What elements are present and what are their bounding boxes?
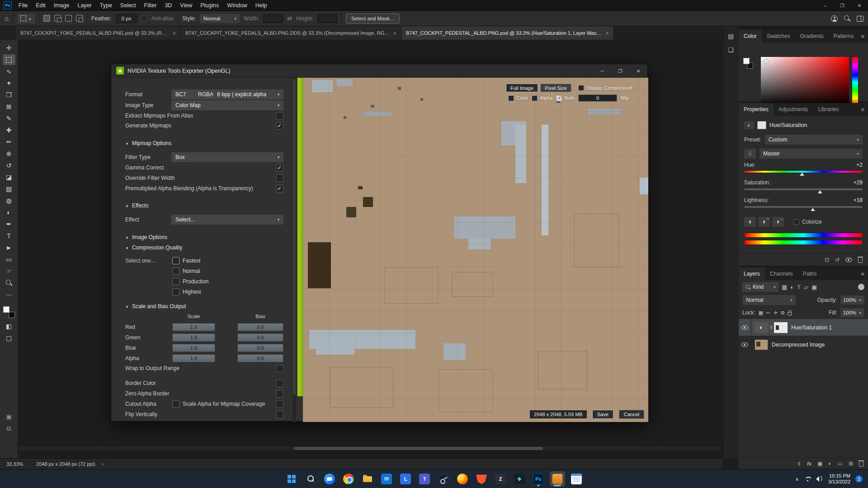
delete-icon[interactable] [858, 258, 863, 263]
notification-badge[interactable]: 2 [855, 475, 863, 483]
link-layers-icon[interactable]: ∞ [796, 461, 802, 465]
wifi-icon[interactable] [804, 476, 811, 482]
slider-value[interactable]: +2 [856, 162, 863, 169]
hand-tool[interactable]: ☞ [3, 266, 15, 277]
taskbar-clock[interactable]: 10:15 PM 3/13/2022 [828, 473, 850, 485]
lock-artboard-icon[interactable]: ⧉ [781, 310, 785, 316]
dialog-title-bar[interactable]: NVIDIA Texture Tools Exporter (OpenGL) [111, 64, 647, 78]
gradient-tool[interactable]: ▨ [3, 183, 15, 194]
start-button[interactable] [284, 471, 299, 487]
panel-tab[interactable]: Color [739, 30, 762, 42]
format-dropdown[interactable]: BC7RGBA8 bpp | explicit alpha [171, 89, 283, 99]
add-selection-mode-button[interactable] [54, 15, 61, 22]
quality-normal-checkbox[interactable] [172, 267, 179, 275]
slider-track[interactable] [744, 188, 863, 190]
panel-menu-icon[interactable] [861, 106, 864, 113]
panel-tab[interactable]: Patterns [829, 30, 859, 42]
filter-adjustment-layers-icon[interactable]: ◐ [790, 284, 794, 291]
close-tab-icon[interactable] [605, 30, 609, 36]
status-options-chevron-icon[interactable] [102, 460, 104, 467]
document-tab-active[interactable]: B747_COCKPIT_PEDESTAL_ALBD.PNG.psd @ 33.… [401, 26, 614, 40]
menu-item[interactable]: Image [50, 0, 74, 11]
scale-input[interactable]: 1.0 [172, 344, 215, 352]
filter-shape-layers-icon[interactable]: ▱ [804, 284, 808, 291]
window-restore-button[interactable] [834, 0, 851, 11]
width-input[interactable] [263, 14, 283, 23]
history-brush-tool[interactable]: ↺ [3, 160, 15, 171]
menu-item[interactable]: Select [116, 0, 140, 11]
window-close-button[interactable] [851, 0, 868, 11]
scale-input[interactable]: 1.0 [172, 333, 215, 342]
flip-vertically-checkbox[interactable] [276, 411, 283, 418]
scrollbar-thumb[interactable] [293, 79, 296, 395]
toggle-checkbox[interactable] [276, 185, 283, 192]
toggle-checkbox[interactable] [276, 164, 283, 172]
channel-dropdown[interactable]: Master [760, 149, 863, 159]
full-image-button[interactable]: Full Image [506, 84, 538, 92]
quick-selection-tool[interactable]: ✦ [3, 78, 15, 89]
blur-tool[interactable]: ◍ [3, 195, 15, 206]
layer-name[interactable]: Hue/Saturation 1 [791, 324, 832, 331]
quality-production-checkbox[interactable] [172, 278, 179, 285]
menu-item[interactable]: View [176, 0, 196, 11]
path-selection-tool[interactable]: ► [3, 242, 15, 253]
bias-input[interactable]: 0.0 [237, 333, 283, 342]
style-dropdown[interactable]: Normal [200, 14, 240, 23]
new-selection-mode-button[interactable] [43, 15, 50, 22]
filter-type-layers-icon[interactable]: T [797, 284, 801, 291]
intersect-selection-mode-button[interactable] [76, 15, 83, 22]
filter-type-dropdown[interactable]: Box [171, 152, 283, 162]
mail-icon[interactable]: ✉ [379, 471, 394, 487]
pixel-size-button[interactable]: Pixel Size [540, 84, 571, 92]
layer-name[interactable]: Decompressed Image [772, 342, 825, 348]
quick-mask-icon[interactable]: ◧ [3, 321, 15, 332]
eyedropper-icon[interactable] [744, 217, 756, 227]
menu-item[interactable]: Type [96, 0, 116, 11]
opacity-dropdown[interactable]: 100% [840, 296, 864, 305]
dodge-tool[interactable]: ◐ [3, 207, 15, 218]
eyedropper-tool[interactable]: ✎ [3, 113, 15, 124]
quality-highest-checkbox[interactable] [172, 288, 179, 296]
slider-thumb[interactable] [818, 190, 822, 193]
layer-thumbnail[interactable] [755, 339, 768, 350]
comments-dock-icon[interactable]: ❏ [728, 46, 734, 53]
cutout-alpha-checkbox[interactable] [172, 400, 179, 408]
clone-stamp-tool[interactable]: ⊕ [3, 148, 15, 159]
delete-layer-icon[interactable] [859, 462, 863, 467]
foreground-background-swatches[interactable] [3, 306, 15, 318]
slider-thumb[interactable] [811, 208, 815, 211]
menu-item[interactable]: 3D [160, 0, 176, 11]
scale-input[interactable]: 1.0 [172, 323, 215, 331]
tray-overflow-chevron-icon[interactable]: ∧ [795, 476, 799, 482]
dock-bottom-icon-2[interactable]: ⧉ [3, 423, 15, 434]
texture-exporter-icon[interactable] [550, 471, 565, 487]
layer-effects-icon[interactable]: fx [807, 461, 811, 466]
bias-input[interactable]: 0.0 [237, 354, 283, 362]
lock-pixels-icon[interactable]: ✏ [766, 310, 770, 316]
scrollbar-thumb[interactable] [294, 447, 543, 450]
slider-value[interactable]: +29 [854, 179, 863, 187]
mask-link-icon[interactable]: ∞ [769, 326, 774, 329]
volume-icon[interactable] [816, 476, 823, 482]
layer-mask-thumbnail[interactable] [774, 322, 788, 333]
scale-alpha-coverage-checkbox[interactable] [276, 400, 283, 408]
cancel-button[interactable]: Cancel [619, 410, 644, 419]
eyedropper-subtract-icon[interactable] [772, 217, 784, 227]
toggle-checkbox[interactable] [276, 122, 283, 130]
toggle-checkbox[interactable] [276, 174, 283, 182]
move-tool[interactable]: ✛ [3, 42, 15, 53]
zoom-level-field[interactable]: 33.33% [6, 461, 23, 467]
eraser-tool[interactable]: ◪ [3, 172, 15, 183]
lock-position-icon[interactable]: ✛ [774, 310, 778, 316]
document-tab[interactable]: B747_COCKPIT_YOKE_PEDALS_ALBD.PNG.DDS @ … [181, 26, 401, 40]
firefox-icon[interactable] [455, 471, 470, 487]
new-layer-icon[interactable]: ⊞ [849, 460, 853, 467]
new-group-icon[interactable]: ▭ [838, 460, 843, 467]
scale-input[interactable]: 1.0 [172, 354, 215, 362]
photoshop-icon[interactable]: Ps [531, 471, 546, 487]
targeted-adjustment-icon[interactable] [744, 149, 756, 159]
slider-track[interactable] [744, 171, 863, 173]
steam-icon[interactable] [436, 471, 451, 487]
panel-menu-icon[interactable] [861, 33, 864, 40]
toggle-checkbox[interactable] [276, 112, 283, 120]
